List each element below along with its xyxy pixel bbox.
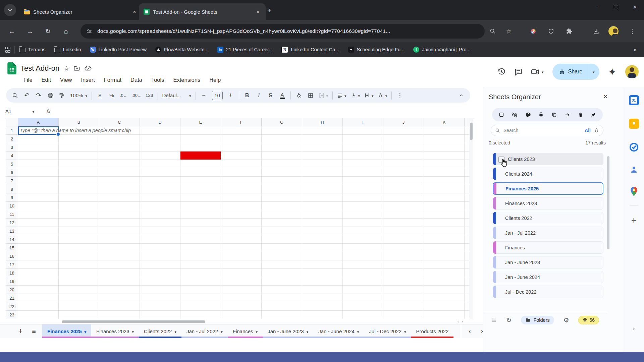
cell-h13[interactable] xyxy=(302,227,343,235)
sheet-tab-products-2022[interactable]: Products 2022 xyxy=(411,324,454,338)
cell-a4[interactable] xyxy=(18,152,59,160)
row-header-16[interactable]: 16 xyxy=(6,252,18,260)
organizer-search-bar[interactable]: Search All xyxy=(491,125,603,136)
maps-icon[interactable] xyxy=(630,186,638,196)
browser-tab-active[interactable]: Test Add-on - Google Sheets × xyxy=(139,3,266,20)
cell-c17[interactable] xyxy=(99,260,140,269)
user-avatar[interactable] xyxy=(625,65,639,78)
cell-j1[interactable] xyxy=(383,126,424,135)
currency-format-button[interactable]: $ xyxy=(96,91,104,100)
column-header-f[interactable]: F xyxy=(221,118,262,126)
folders-button[interactable]: Folders xyxy=(521,316,554,324)
cell-k18[interactable] xyxy=(424,269,465,277)
cell-g23[interactable] xyxy=(262,311,302,319)
cell-d21[interactable] xyxy=(140,294,180,302)
cell-f20[interactable] xyxy=(221,286,262,294)
column-header-g[interactable]: G xyxy=(262,118,302,126)
sheet-item-jul-dec-2022[interactable]: Jul - Dec 2022 xyxy=(493,286,603,298)
cell-b19[interactable] xyxy=(59,277,99,286)
cell-i21[interactable] xyxy=(343,294,383,302)
cell-e8[interactable] xyxy=(180,185,221,193)
cell-d18[interactable] xyxy=(140,269,180,277)
tab-search-button[interactable] xyxy=(4,4,16,16)
extensions-puzzle-icon[interactable] xyxy=(564,25,575,37)
bookmark-linkedin-post-preview[interactable]: LinkedIn Post Preview xyxy=(90,47,147,53)
sheet-tab-jul-dec-2022[interactable]: Jul - Dec 2022 xyxy=(364,324,411,338)
row-header-10[interactable]: 10 xyxy=(6,202,18,210)
cell-d12[interactable] xyxy=(140,219,180,227)
vertical-scrollbar[interactable] xyxy=(469,118,473,319)
cell-d10[interactable] xyxy=(140,202,180,210)
meet-camera-icon[interactable] xyxy=(531,68,544,76)
cell-j13[interactable] xyxy=(383,227,424,235)
menu-help[interactable]: Help xyxy=(209,77,221,83)
settings-gear-icon[interactable]: ⚙ xyxy=(564,316,569,324)
cell-g14[interactable] xyxy=(262,235,302,244)
cell-d16[interactable] xyxy=(140,252,180,260)
cell-d5[interactable] xyxy=(140,160,180,168)
cell-i13[interactable] xyxy=(343,227,383,235)
cell-j2[interactable] xyxy=(383,135,424,143)
back-button[interactable]: ← xyxy=(6,25,17,37)
redo-icon[interactable]: ↷ xyxy=(35,91,42,100)
cell-f1[interactable] xyxy=(221,126,262,135)
cell-g12[interactable] xyxy=(262,219,302,227)
cell-g9[interactable] xyxy=(262,193,302,202)
cell-h8[interactable] xyxy=(302,185,343,193)
row-header-2[interactable]: 2 xyxy=(6,135,18,143)
cell-e22[interactable] xyxy=(180,302,221,311)
edit-pen-icon[interactable] xyxy=(527,25,539,37)
credits-badge[interactable]: 56 xyxy=(578,316,599,324)
cell-a16[interactable] xyxy=(18,252,59,260)
sheet-tab-clients-2022[interactable]: Clients 2022 xyxy=(139,324,181,338)
row-header-13[interactable]: 13 xyxy=(6,227,18,235)
cell-k10[interactable] xyxy=(424,202,465,210)
cell-f13[interactable] xyxy=(221,227,262,235)
cell-k1[interactable] xyxy=(424,126,465,135)
fill-color-icon[interactable] xyxy=(295,91,303,100)
undo-icon[interactable]: ↶ xyxy=(23,91,31,100)
cell-j3[interactable] xyxy=(383,143,424,152)
bookmark-star-icon[interactable]: ☆ xyxy=(503,25,515,37)
menu-format[interactable]: Format xyxy=(104,77,121,83)
cell-d1[interactable] xyxy=(140,126,180,135)
cell-h11[interactable] xyxy=(302,210,343,219)
cell-j12[interactable] xyxy=(383,219,424,227)
cell-f8[interactable] xyxy=(221,185,262,193)
cell-j9[interactable] xyxy=(383,193,424,202)
cell-b5[interactable] xyxy=(59,160,99,168)
more-formats-button[interactable]: 123 xyxy=(146,91,153,100)
apps-grid-icon[interactable] xyxy=(5,47,10,53)
browser-tab-inactive[interactable]: Sheets Organizer × xyxy=(19,3,142,20)
cell-j19[interactable] xyxy=(383,277,424,286)
row-header-15[interactable]: 15 xyxy=(6,244,18,252)
cell-h1[interactable] xyxy=(302,126,343,135)
row-header-9[interactable]: 9 xyxy=(6,193,18,202)
cell-i20[interactable] xyxy=(343,286,383,294)
menu-file[interactable]: File xyxy=(23,77,33,83)
cell-k14[interactable] xyxy=(424,235,465,244)
row-header-22[interactable]: 22 xyxy=(6,302,18,311)
cell-h17[interactable] xyxy=(302,260,343,269)
cell-h3[interactable] xyxy=(302,143,343,152)
cell-b20[interactable] xyxy=(59,286,99,294)
cell-h2[interactable] xyxy=(302,135,343,143)
cell-e15[interactable] xyxy=(180,244,221,252)
cell-e13[interactable] xyxy=(180,227,221,235)
column-header-h[interactable]: H xyxy=(302,118,343,126)
chevron-down-icon[interactable] xyxy=(404,328,406,334)
select-all-checkbox-icon[interactable] xyxy=(499,112,504,117)
cell-c10[interactable] xyxy=(99,202,140,210)
sheet-tab-jan-june-2023[interactable]: Jan - June 2023 xyxy=(263,324,313,338)
cell-b23[interactable] xyxy=(59,311,99,319)
sheets-logo-icon[interactable] xyxy=(7,62,16,74)
panel-close-icon[interactable]: × xyxy=(603,93,608,101)
bookmark-21-pieces-of-career[interactable]: 21 Pieces of Career... xyxy=(217,47,273,53)
cell-a14[interactable] xyxy=(18,235,59,244)
scroll-tabs-left-icon[interactable]: ‹ xyxy=(469,327,471,335)
cell-i11[interactable] xyxy=(343,210,383,219)
chevron-down-icon[interactable] xyxy=(256,328,258,334)
cell-f10[interactable] xyxy=(221,202,262,210)
borders-icon[interactable] xyxy=(307,91,314,100)
cell-b9[interactable] xyxy=(59,193,99,202)
